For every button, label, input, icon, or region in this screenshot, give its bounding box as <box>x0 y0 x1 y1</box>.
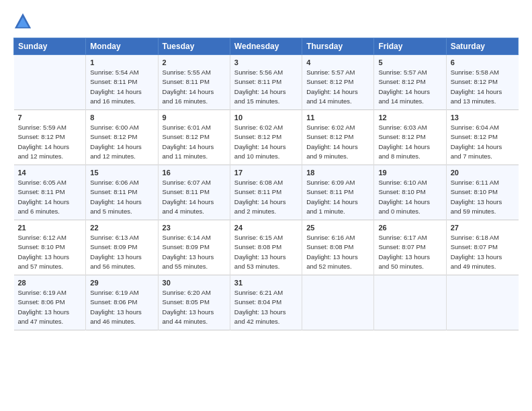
day-header-thursday: Thursday <box>302 38 374 55</box>
cell-info: Sunrise: 6:19 AM Sunset: 8:06 PM Dayligh… <box>90 288 153 326</box>
calendar-week-1: 1Sunrise: 5:54 AM Sunset: 8:11 PM Daylig… <box>14 55 519 110</box>
calendar-cell: 27Sunrise: 6:18 AM Sunset: 8:07 PM Dayli… <box>446 220 518 275</box>
day-number: 24 <box>234 224 298 232</box>
calendar-cell: 10Sunrise: 6:02 AM Sunset: 8:12 PM Dayli… <box>230 110 302 165</box>
calendar-cell: 8Sunrise: 6:00 AM Sunset: 8:12 PM Daylig… <box>86 110 158 165</box>
calendar-week-5: 28Sunrise: 6:19 AM Sunset: 8:06 PM Dayli… <box>14 275 519 330</box>
calendar-cell: 12Sunrise: 6:03 AM Sunset: 8:12 PM Dayli… <box>374 110 446 165</box>
calendar-cell: 11Sunrise: 6:02 AM Sunset: 8:12 PM Dayli… <box>302 110 374 165</box>
calendar-cell: 2Sunrise: 5:55 AM Sunset: 8:11 PM Daylig… <box>158 55 230 110</box>
day-header-tuesday: Tuesday <box>158 38 230 55</box>
day-number: 17 <box>234 169 298 177</box>
calendar-week-4: 21Sunrise: 6:12 AM Sunset: 8:10 PM Dayli… <box>14 220 519 275</box>
calendar-cell: 5Sunrise: 5:57 AM Sunset: 8:12 PM Daylig… <box>374 55 446 110</box>
cell-info: Sunrise: 6:14 AM Sunset: 8:09 PM Dayligh… <box>163 233 226 271</box>
calendar-cell: 17Sunrise: 6:08 AM Sunset: 8:11 PM Dayli… <box>230 165 302 220</box>
cell-info: Sunrise: 5:57 AM Sunset: 8:12 PM Dayligh… <box>306 68 369 106</box>
calendar-cell: 9Sunrise: 6:01 AM Sunset: 8:12 PM Daylig… <box>158 110 230 165</box>
day-number: 4 <box>306 58 369 66</box>
calendar-week-2: 7Sunrise: 5:59 AM Sunset: 8:12 PM Daylig… <box>14 110 519 165</box>
day-header-wednesday: Wednesday <box>230 38 302 55</box>
day-number: 23 <box>163 224 226 232</box>
calendar-cell: 23Sunrise: 6:14 AM Sunset: 8:09 PM Dayli… <box>158 220 230 275</box>
cell-info: Sunrise: 5:57 AM Sunset: 8:12 PM Dayligh… <box>378 68 441 106</box>
day-number: 16 <box>163 169 226 177</box>
day-number: 3 <box>234 58 298 66</box>
day-number: 18 <box>306 169 369 177</box>
cell-info: Sunrise: 6:04 AM Sunset: 8:12 PM Dayligh… <box>451 123 515 161</box>
calendar-cell <box>446 275 518 330</box>
cell-info: Sunrise: 6:10 AM Sunset: 8:10 PM Dayligh… <box>378 178 441 216</box>
day-header-sunday: Sunday <box>14 38 86 55</box>
calendar-cell: 15Sunrise: 6:06 AM Sunset: 8:11 PM Dayli… <box>86 165 158 220</box>
day-number: 9 <box>163 113 226 122</box>
logo <box>13 12 36 31</box>
header-row: SundayMondayTuesdayWednesdayThursdayFrid… <box>14 38 519 55</box>
day-number: 26 <box>378 224 441 232</box>
day-number: 13 <box>451 113 515 122</box>
cell-info: Sunrise: 6:12 AM Sunset: 8:10 PM Dayligh… <box>18 233 82 271</box>
calendar-cell: 13Sunrise: 6:04 AM Sunset: 8:12 PM Dayli… <box>446 110 518 165</box>
day-number: 22 <box>90 224 153 232</box>
calendar-cell <box>374 275 446 330</box>
day-number: 28 <box>18 279 82 287</box>
day-number: 19 <box>378 169 441 177</box>
cell-info: Sunrise: 6:17 AM Sunset: 8:07 PM Dayligh… <box>378 233 441 271</box>
day-number: 1 <box>90 58 153 66</box>
calendar-cell: 22Sunrise: 6:13 AM Sunset: 8:09 PM Dayli… <box>86 220 158 275</box>
calendar-cell: 20Sunrise: 6:11 AM Sunset: 8:10 PM Dayli… <box>446 165 518 220</box>
day-number: 2 <box>163 58 226 66</box>
cell-info: Sunrise: 6:03 AM Sunset: 8:12 PM Dayligh… <box>378 123 441 161</box>
cell-info: Sunrise: 6:20 AM Sunset: 8:05 PM Dayligh… <box>163 288 226 326</box>
calendar-cell: 24Sunrise: 6:15 AM Sunset: 8:08 PM Dayli… <box>230 220 302 275</box>
calendar-cell: 1Sunrise: 5:54 AM Sunset: 8:11 PM Daylig… <box>86 55 158 110</box>
cell-info: Sunrise: 6:08 AM Sunset: 8:11 PM Dayligh… <box>234 178 298 216</box>
calendar-cell <box>302 275 374 330</box>
cell-info: Sunrise: 6:16 AM Sunset: 8:08 PM Dayligh… <box>306 233 369 271</box>
day-header-friday: Friday <box>374 38 446 55</box>
day-number: 20 <box>451 169 515 177</box>
calendar-cell: 30Sunrise: 6:20 AM Sunset: 8:05 PM Dayli… <box>158 275 230 330</box>
cell-info: Sunrise: 5:59 AM Sunset: 8:12 PM Dayligh… <box>18 123 82 161</box>
cell-info: Sunrise: 6:02 AM Sunset: 8:12 PM Dayligh… <box>234 123 298 161</box>
calendar-cell: 16Sunrise: 6:07 AM Sunset: 8:11 PM Dayli… <box>158 165 230 220</box>
day-number: 6 <box>451 58 515 66</box>
calendar-cell: 29Sunrise: 6:19 AM Sunset: 8:06 PM Dayli… <box>86 275 158 330</box>
cell-info: Sunrise: 6:18 AM Sunset: 8:07 PM Dayligh… <box>451 233 515 271</box>
day-number: 25 <box>306 224 369 232</box>
page: SundayMondayTuesdayWednesdayThursdayFrid… <box>0 0 532 411</box>
cell-info: Sunrise: 5:56 AM Sunset: 8:11 PM Dayligh… <box>234 68 298 106</box>
cell-info: Sunrise: 6:07 AM Sunset: 8:11 PM Dayligh… <box>163 178 226 216</box>
cell-info: Sunrise: 5:58 AM Sunset: 8:12 PM Dayligh… <box>451 68 515 106</box>
cell-info: Sunrise: 6:06 AM Sunset: 8:11 PM Dayligh… <box>90 178 153 216</box>
day-number: 30 <box>163 279 226 287</box>
calendar-cell: 7Sunrise: 5:59 AM Sunset: 8:12 PM Daylig… <box>14 110 86 165</box>
cell-info: Sunrise: 6:02 AM Sunset: 8:12 PM Dayligh… <box>306 123 369 161</box>
calendar-cell: 4Sunrise: 5:57 AM Sunset: 8:12 PM Daylig… <box>302 55 374 110</box>
calendar-cell: 26Sunrise: 6:17 AM Sunset: 8:07 PM Dayli… <box>374 220 446 275</box>
day-number: 15 <box>90 169 153 177</box>
calendar-week-3: 14Sunrise: 6:05 AM Sunset: 8:11 PM Dayli… <box>14 165 519 220</box>
day-header-saturday: Saturday <box>446 38 518 55</box>
day-number: 29 <box>90 279 153 287</box>
calendar-cell: 18Sunrise: 6:09 AM Sunset: 8:11 PM Dayli… <box>302 165 374 220</box>
cell-info: Sunrise: 6:19 AM Sunset: 8:06 PM Dayligh… <box>18 288 82 326</box>
calendar-cell: 31Sunrise: 6:21 AM Sunset: 8:04 PM Dayli… <box>230 275 302 330</box>
day-number: 7 <box>18 113 82 122</box>
calendar-cell: 14Sunrise: 6:05 AM Sunset: 8:11 PM Dayli… <box>14 165 86 220</box>
cell-info: Sunrise: 6:13 AM Sunset: 8:09 PM Dayligh… <box>90 233 153 271</box>
cell-info: Sunrise: 6:00 AM Sunset: 8:12 PM Dayligh… <box>90 123 153 161</box>
cell-info: Sunrise: 6:21 AM Sunset: 8:04 PM Dayligh… <box>234 288 298 326</box>
calendar-cell <box>14 55 86 110</box>
cell-info: Sunrise: 5:55 AM Sunset: 8:11 PM Dayligh… <box>163 68 226 106</box>
calendar-table: SundayMondayTuesdayWednesdayThursdayFrid… <box>13 38 519 330</box>
day-number: 5 <box>378 58 441 66</box>
cell-info: Sunrise: 6:09 AM Sunset: 8:11 PM Dayligh… <box>306 178 369 216</box>
cell-info: Sunrise: 6:01 AM Sunset: 8:12 PM Dayligh… <box>163 123 226 161</box>
day-number: 27 <box>451 224 515 232</box>
day-header-monday: Monday <box>86 38 158 55</box>
day-number: 14 <box>18 169 82 177</box>
day-number: 21 <box>18 224 82 232</box>
day-number: 31 <box>234 279 298 287</box>
cell-info: Sunrise: 6:11 AM Sunset: 8:10 PM Dayligh… <box>451 178 515 216</box>
